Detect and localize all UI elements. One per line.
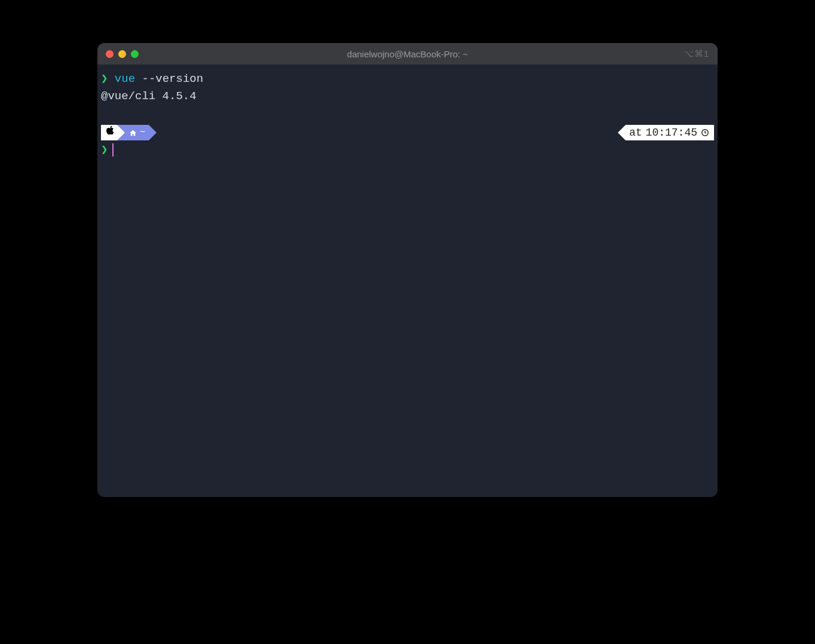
text-cursor — [112, 143, 114, 157]
window-titlebar: danielwojno@MacBook-Pro: ~ ⌥⌘1 — [97, 43, 718, 65]
minimize-button[interactable] — [118, 50, 126, 58]
traffic-lights — [106, 50, 139, 58]
terminal-body[interactable]: ❯ vue --version @vue/cli 4.5.4 ~ — [97, 65, 718, 497]
path-text: ~ — [140, 126, 145, 140]
close-button[interactable] — [106, 50, 114, 58]
prompt-chevron-icon: ❯ — [101, 142, 108, 159]
prompt-chevron-icon: ❯ — [101, 72, 108, 85]
prompt-status-line: ~ at 10:17:45 — [101, 125, 714, 140]
status-right: at 10:17:45 — [626, 125, 714, 140]
status-left: ~ — [101, 125, 149, 140]
command-args: --version — [142, 72, 203, 85]
active-prompt-line[interactable]: ❯ — [101, 142, 714, 159]
maximize-button[interactable] — [131, 50, 139, 58]
apple-icon — [106, 125, 115, 141]
home-icon — [129, 129, 137, 137]
terminal-window: danielwojno@MacBook-Pro: ~ ⌥⌘1 ❯ vue --v… — [97, 43, 718, 497]
time-prefix: at — [629, 125, 642, 141]
window-shortcut-hint: ⌥⌘1 — [684, 48, 709, 59]
os-segment — [101, 125, 117, 140]
window-title: danielwojno@MacBook-Pro: ~ — [347, 49, 468, 59]
command-name: vue — [115, 72, 135, 85]
time-segment: at 10:17:45 — [626, 125, 714, 140]
time-value: 10:17:45 — [646, 125, 697, 141]
command-line: ❯ vue --version — [101, 70, 714, 88]
clock-icon — [701, 128, 709, 137]
command-output: @vue/cli 4.5.4 — [101, 88, 714, 105]
